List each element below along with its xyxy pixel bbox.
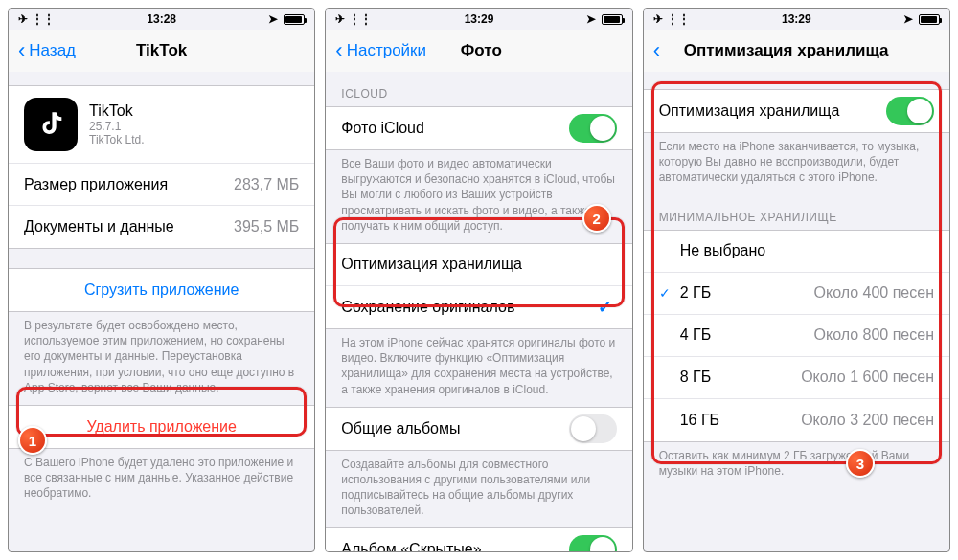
chevron-left-icon: ‹ <box>653 40 660 61</box>
location-icon: ➤ <box>903 12 913 26</box>
app-vendor: TikTok Ltd. <box>89 133 145 146</box>
size-label: Размер приложения <box>24 176 234 193</box>
icloud-description: Все Ваши фото и видео автоматически выгр… <box>326 150 631 243</box>
page-title: Фото <box>340 41 623 60</box>
page-title: TikTok <box>18 41 305 60</box>
back-button[interactable]: ‹ <box>653 40 680 61</box>
optimize-main-description: Если место на iPhone заканчивается, то м… <box>644 133 949 195</box>
keep-originals-row[interactable]: Сохранение оригиналов ✓ <box>326 286 631 328</box>
app-icon <box>24 98 78 151</box>
optimize-storage-row[interactable]: Оптимизация хранилища <box>644 90 949 132</box>
status-time: 13:29 <box>431 12 527 26</box>
offload-description: В результате будет освобождено место, ис… <box>9 312 314 405</box>
size-value: 283,7 МБ <box>234 176 299 193</box>
delete-description: С Вашего iPhone будет удалено это прилож… <box>9 449 314 511</box>
storage-option-4gb[interactable]: 4 ГБ Около 800 песен <box>644 315 949 357</box>
status-bar: ✈⋮⋮ 13:28 ➤ <box>9 9 314 30</box>
icloud-photo-toggle[interactable] <box>569 114 617 143</box>
nav-bar: ‹ Назад TikTok <box>9 30 314 72</box>
app-version: 25.7.1 <box>89 120 145 133</box>
storage-option-16gb[interactable]: 16 ГБ Около 3 200 песен <box>644 399 949 441</box>
wifi-icon: ⋮⋮ <box>32 12 55 26</box>
hidden-album-toggle[interactable] <box>569 535 617 551</box>
offload-button[interactable]: Сгрузить приложение <box>9 269 314 311</box>
check-icon: ✓ <box>659 285 680 301</box>
shared-albums-row[interactable]: Общие альбомы <box>326 408 631 450</box>
status-bar: ✈⋮⋮ 13:29 ➤ <box>326 9 631 30</box>
docs-row: Документы и данные 395,5 МБ <box>9 206 314 248</box>
location-icon: ➤ <box>586 12 596 26</box>
size-row: Размер приложения 283,7 МБ <box>9 164 314 206</box>
wifi-icon: ⋮⋮ <box>349 12 372 26</box>
page-title: Оптимизация хранилища <box>684 41 889 60</box>
icloud-photo-row[interactable]: Фото iCloud <box>326 107 631 149</box>
location-icon: ➤ <box>268 12 278 26</box>
app-info-row: TikTok 25.7.1 TikTok Ltd. <box>9 86 314 164</box>
delete-button[interactable]: Удалить приложение <box>9 406 314 448</box>
tiktok-icon <box>34 108 67 141</box>
nav-bar: ‹ Оптимизация хранилища <box>644 30 949 72</box>
airplane-icon: ✈ <box>18 12 28 26</box>
status-bar: ✈⋮⋮ 13:29 ➤ <box>644 9 949 30</box>
storage-option-2gb[interactable]: ✓ 2 ГБ Около 400 песен <box>644 273 949 315</box>
app-name: TikTok <box>89 102 145 120</box>
status-time: 13:29 <box>748 12 844 26</box>
airplane-icon: ✈ <box>335 12 345 26</box>
nav-bar: ‹ Настройки Фото <box>326 30 631 72</box>
shared-description: Создавайте альбомы для совместного испол… <box>326 451 631 528</box>
battery-icon <box>919 14 940 25</box>
airplane-icon: ✈ <box>653 12 663 26</box>
optimize-description: На этом iPhone сейчас хранятся оригиналы… <box>326 329 631 407</box>
phone-screen-2: ✈⋮⋮ 13:29 ➤ ‹ Настройки Фото ICLOUD Фото… <box>325 8 632 552</box>
status-time: 13:28 <box>114 12 210 26</box>
hidden-album-row[interactable]: Альбом «Скрытые» <box>326 528 631 551</box>
optimize-storage-toggle[interactable] <box>886 97 934 125</box>
optimize-storage-row[interactable]: Оптимизация хранилища <box>326 244 631 286</box>
storage-option-none[interactable]: Не выбрано <box>644 231 949 273</box>
check-icon: ✓ <box>598 297 617 318</box>
shared-albums-toggle[interactable] <box>569 414 617 443</box>
docs-label: Документы и данные <box>24 218 234 235</box>
battery-icon <box>284 14 305 25</box>
phone-screen-1: ✈⋮⋮ 13:28 ➤ ‹ Назад TikTok TikTok 25.7.1… <box>8 8 315 552</box>
storage-footer: Оставить как минимум 2 ГБ загруженной Ва… <box>644 442 949 488</box>
storage-option-8gb[interactable]: 8 ГБ Около 1 600 песен <box>644 357 949 399</box>
phone-screen-3: ✈⋮⋮ 13:29 ➤ ‹ Оптимизация хранилища Опти… <box>643 8 950 552</box>
wifi-icon: ⋮⋮ <box>667 12 690 26</box>
minimum-storage-header: МИНИМАЛЬНОЕ ХРАНИЛИЩЕ <box>644 195 949 230</box>
battery-icon <box>602 14 623 25</box>
docs-value: 395,5 МБ <box>234 218 299 235</box>
icloud-section-header: ICLOUD <box>326 72 631 106</box>
